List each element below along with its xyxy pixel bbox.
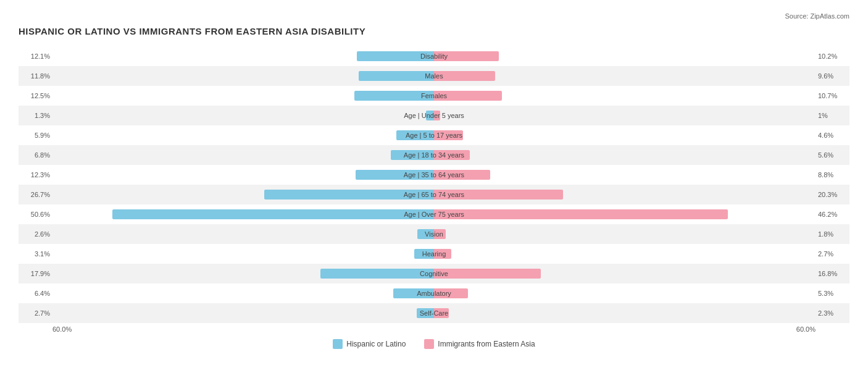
bars-area: Hearing [52, 244, 816, 264]
right-value: 10.2% [816, 52, 849, 60]
chart-wrapper: Source: ZipAtlas.com HISPANIC OR LATINO … [19, 12, 849, 349]
bars-area: Age | Over 75 years [52, 204, 816, 224]
right-value: 1% [816, 112, 849, 119]
row-center-label: Females [421, 92, 447, 99]
right-bar-wrap [434, 248, 816, 260]
left-value: 26.7% [19, 191, 52, 198]
right-bar-wrap [434, 208, 816, 220]
bars-area: Disability [52, 46, 816, 66]
left-bar-wrap [52, 287, 434, 300]
left-value: 17.9% [19, 270, 52, 277]
row-center-label: Hearing [422, 250, 446, 258]
bars-area: Self-Care [52, 303, 816, 323]
blue-bar [112, 209, 434, 219]
row-center-label: Cognitive [420, 270, 448, 277]
row-center-label: Disability [420, 52, 448, 60]
left-bar-wrap [52, 149, 434, 161]
row-center-label: Vision [425, 230, 443, 238]
right-value: 1.8% [816, 230, 849, 238]
row-center-label: Self-Care [420, 309, 448, 317]
right-bar-wrap [434, 228, 816, 240]
row-center-label: Age | Over 75 years [404, 211, 464, 218]
blue-bar [320, 269, 434, 279]
chart-row: 12.1%Disability10.2% [19, 46, 849, 66]
right-value: 5.3% [816, 290, 849, 297]
right-bar-wrap [434, 149, 816, 161]
chart-grid: 12.1%Disability10.2%11.8%Males9.6%12.5%F… [19, 46, 849, 323]
chart-row: 12.5%Females10.7% [19, 86, 849, 106]
chart-row: 17.9%Cognitive16.8% [19, 264, 849, 284]
chart-row: 12.3%Age | 35 to 64 years8.8% [19, 165, 849, 185]
right-value: 10.7% [816, 92, 849, 99]
right-bar-wrap [434, 307, 816, 319]
blue-label: Hispanic or Latino [346, 340, 406, 348]
legend-blue: Hispanic or Latino [333, 339, 406, 349]
bars-area: Ambulatory [52, 284, 816, 303]
axis-right: 60.0% [796, 326, 816, 333]
left-bar-wrap [52, 109, 434, 122]
right-value: 4.6% [816, 132, 849, 139]
row-center-label: Ambulatory [417, 290, 451, 297]
right-value: 20.3% [816, 191, 849, 198]
right-value: 46.2% [816, 211, 849, 218]
row-center-label: Age | 18 to 34 years [404, 151, 464, 159]
left-value: 6.4% [19, 290, 52, 297]
right-bar-wrap [434, 109, 816, 122]
right-bar-wrap [434, 129, 816, 141]
bars-area: Age | 65 to 74 years [52, 185, 816, 204]
chart-row: 50.6%Age | Over 75 years46.2% [19, 204, 849, 224]
legend: Hispanic or Latino Immigrants from Easte… [19, 339, 849, 349]
right-value: 8.8% [816, 171, 849, 178]
legend-pink: Immigrants from Eastern Asia [424, 339, 535, 349]
chart-row: 5.9%Age | 5 to 17 years4.6% [19, 125, 849, 145]
right-bar-wrap [434, 267, 816, 280]
right-bar-wrap [434, 90, 816, 102]
chart-row: 26.7%Age | 65 to 74 years20.3% [19, 185, 849, 204]
bars-area: Vision [52, 224, 816, 244]
row-center-label: Age | 5 to 17 years [406, 132, 462, 139]
source-label: Source: ZipAtlas.com [19, 12, 849, 20]
row-center-label: Age | 35 to 64 years [404, 171, 464, 178]
blue-bar [359, 71, 434, 81]
chart-row: 6.8%Age | 18 to 34 years5.6% [19, 145, 849, 165]
right-bar-wrap [434, 188, 816, 201]
left-value: 50.6% [19, 211, 52, 218]
left-bar-wrap [52, 188, 434, 201]
row-center-label: Age | Under 5 years [404, 112, 464, 119]
left-value: 12.3% [19, 171, 52, 178]
chart-row: 2.6%Vision1.8% [19, 224, 849, 244]
bars-area: Cognitive [52, 264, 816, 284]
chart-title: HISPANIC OR LATINO VS IMMIGRANTS FROM EA… [19, 26, 849, 36]
right-bar-wrap [434, 169, 816, 181]
left-value: 6.8% [19, 151, 52, 159]
left-bar-wrap [52, 129, 434, 141]
axis-labels: 60.0% 60.0% [19, 326, 849, 333]
bars-area: Age | 35 to 64 years [52, 165, 816, 185]
pink-label: Immigrants from Eastern Asia [438, 340, 535, 348]
chart-row: 2.7%Self-Care2.3% [19, 303, 849, 323]
pink-swatch [424, 339, 434, 349]
right-value: 9.6% [816, 72, 849, 80]
right-value: 2.7% [816, 250, 849, 258]
chart-row: 3.1%Hearing2.7% [19, 244, 849, 264]
pink-bar [434, 209, 728, 219]
chart-row: 6.4%Ambulatory5.3% [19, 284, 849, 303]
chart-row: 11.8%Males9.6% [19, 66, 849, 86]
left-value: 11.8% [19, 72, 52, 80]
left-bar-wrap [52, 228, 434, 240]
left-value: 2.7% [19, 309, 52, 317]
left-bar-wrap [52, 307, 434, 319]
bars-area: Males [52, 66, 816, 86]
row-center-label: Males [425, 72, 443, 80]
left-value: 5.9% [19, 132, 52, 139]
axis-left: 60.0% [52, 326, 72, 333]
left-value: 12.5% [19, 92, 52, 99]
chart-row: 1.3%Age | Under 5 years1% [19, 106, 849, 125]
left-bar-wrap [52, 70, 434, 82]
left-bar-wrap [52, 208, 434, 220]
right-bar-wrap [434, 287, 816, 300]
left-value: 12.1% [19, 52, 52, 60]
left-value: 1.3% [19, 112, 52, 119]
bars-area: Age | Under 5 years [52, 106, 816, 125]
bars-area: Age | 18 to 34 years [52, 145, 816, 165]
